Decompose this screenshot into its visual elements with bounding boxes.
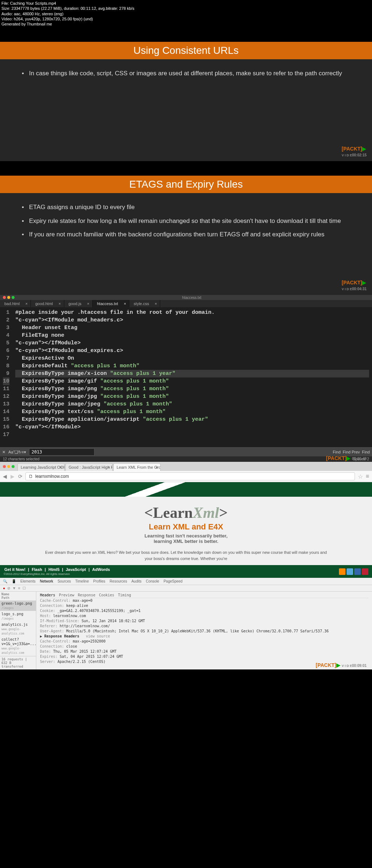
maximize-icon[interactable] (12, 465, 15, 468)
close-icon[interactable] (3, 296, 6, 299)
window-controls[interactable] (0, 464, 17, 469)
devtools-tab[interactable]: Elements (20, 579, 36, 583)
request-item[interactable]: collect?v=1&_v=j33&a=...www.google-analy… (0, 637, 36, 656)
site-nav: Get it Now! | Flash | Html5 | JavaScript… (0, 565, 372, 578)
devtools-tab[interactable]: Resources (110, 579, 127, 583)
code-line[interactable]: FileETag none (15, 332, 369, 339)
close-icon[interactable]: × (124, 301, 126, 306)
code-line[interactable]: ExpiresByType image/png "access plus 1 m… (15, 385, 369, 393)
request-list-header: NamePath (0, 592, 36, 601)
devtools-tab[interactable]: Network (40, 579, 53, 583)
code-line[interactable]: ExpiresDefault "access plus 1 month" (15, 362, 369, 370)
devtools-tab[interactable]: Console (146, 579, 159, 583)
clear-icon[interactable]: ⊘ (7, 586, 10, 590)
devtools-tab[interactable]: Profiles (93, 579, 105, 583)
browser-tab[interactable]: Learning JavaScript OOP× (17, 463, 65, 471)
facebook-icon[interactable] (354, 568, 361, 575)
code-tab[interactable]: style.css× (129, 300, 160, 307)
close-icon[interactable]: × (25, 301, 28, 306)
code-line[interactable]: "c-cyan"></IfModule> (15, 423, 369, 431)
header-tab[interactable]: Cookies (99, 593, 114, 597)
code-line[interactable]: Header unset Etag (15, 324, 369, 332)
header-line: Connection: keep-alive (40, 603, 368, 608)
code-line[interactable]: ExpiresByType text/css "access plus 1 mo… (15, 408, 369, 416)
request-item[interactable]: logo_s.png/images (0, 611, 36, 622)
code-line[interactable]: "c-cyan"></IfModule> (15, 339, 369, 347)
nav-link[interactable]: JavaScript (66, 567, 86, 572)
close-icon[interactable]: × (58, 301, 61, 306)
device-icon[interactable]: 📱 (12, 579, 16, 583)
code-line[interactable]: ExpiresByType image/x-icon "access plus … (15, 370, 369, 377)
nav-link[interactable]: Html5 (48, 567, 60, 572)
record-icon[interactable]: ● (3, 586, 5, 590)
url-bar[interactable]: 🗋 learnxmlnow.com (25, 472, 355, 480)
twitter-icon[interactable] (347, 568, 353, 575)
nav-link[interactable]: AdWords (92, 567, 110, 572)
youtube-icon[interactable] (362, 568, 368, 575)
view-source-link[interactable]: view source (86, 634, 110, 638)
forward-icon[interactable]: ▶ (11, 473, 15, 479)
close-icon[interactable]: × (87, 301, 89, 306)
header-tab[interactable]: Timing (118, 593, 131, 597)
code-line[interactable]: ExpiresByType image/jpeg "access plus 1 … (15, 400, 369, 408)
browser-tab[interactable]: Good : JavaScript High Pe× (65, 463, 113, 471)
packt-watermark: [PACKT]▶ V I D E00:04:31 (341, 280, 367, 291)
code-line[interactable]: ExpiresByType application/javascript "ac… (15, 416, 369, 423)
close-icon[interactable]: × (108, 465, 110, 469)
header-line: Expires: Sat, 04 Apr 2015 12:07:24 GMT (40, 654, 368, 659)
header-tab[interactable]: Headers (40, 593, 55, 597)
status-selection: 12 characters selected (3, 457, 40, 461)
browser-tab[interactable]: Learn XML From the Grou× (113, 463, 161, 471)
devtools-tab[interactable]: PageSpeed (163, 579, 182, 583)
minimize-icon[interactable] (7, 296, 10, 299)
request-item[interactable]: green-logo.png/images (0, 601, 36, 611)
code-window-title: htaccess.txt (15, 296, 369, 300)
code-line[interactable]: ExpiresActive On (15, 355, 369, 362)
code-tab[interactable]: good.js× (64, 300, 93, 307)
window-controls[interactable] (3, 296, 15, 299)
minimize-icon[interactable] (7, 465, 10, 468)
close-icon[interactable]: × (155, 301, 157, 306)
reload-icon[interactable]: ⟳ (18, 473, 23, 479)
maximize-icon[interactable] (12, 296, 15, 299)
find-next-button[interactable]: Find (362, 450, 370, 454)
slide-1-title: Using Consistent URLs (0, 42, 372, 59)
site-description: Ever dream that you were an XML Hero? We… (36, 549, 336, 561)
inspect-icon[interactable]: 🔍 (3, 579, 7, 583)
code-line[interactable]: ExpiresByType image/gif "access plus 1 m… (15, 377, 369, 385)
nav-link[interactable]: Get it Now! (4, 567, 25, 572)
header-tab[interactable]: Response (78, 593, 95, 597)
devtools-tab[interactable]: Sources (57, 579, 71, 583)
code-line[interactable]: ExpiresByType image/jpg "access plus 1 m… (15, 393, 369, 400)
back-icon[interactable]: ◀ (3, 473, 7, 479)
close-icon[interactable] (3, 465, 6, 468)
code-tab[interactable]: htaccess.txt× (93, 300, 129, 307)
packt-watermark: [PACKT]▶ V I D E00:09:01 (316, 662, 367, 668)
packt-watermark: [PACKT]▶ V I D E00:02:15 (341, 146, 367, 157)
code-line[interactable]: #place inside your .htaccess file in the… (15, 309, 369, 316)
star-icon[interactable]: ☆ (358, 473, 363, 480)
menu-icon[interactable]: ≡ (366, 473, 369, 480)
nav-link[interactable]: Flash (32, 567, 42, 572)
code-line[interactable]: "c-cyan"><IfModule mod_expires.c> (15, 347, 369, 355)
header-tab[interactable]: Preview (59, 593, 74, 597)
find-input[interactable] (29, 448, 94, 456)
devtools-tab[interactable]: Timeline (75, 579, 89, 583)
find-label[interactable]: Find (333, 450, 340, 454)
site-logo: <LearnXml> (36, 504, 336, 521)
find-prev-button[interactable]: Find Prev (343, 450, 360, 454)
close-icon[interactable]: × (60, 465, 62, 469)
rss-icon[interactable] (339, 568, 345, 575)
copyright: ©2010-2012 EverythingNice,Inc. All right… (4, 572, 111, 576)
request-item[interactable]: analytics.jswww.google-analytics.com (0, 622, 36, 637)
close-icon[interactable]: ✕ (2, 450, 5, 455)
browser-window: Learning JavaScript OOP×Good : JavaScrip… (0, 462, 372, 669)
code-tab[interactable]: bad.html× (0, 300, 31, 307)
header-line: Cache-Control: max-age=2592000 (40, 639, 368, 644)
code-tab[interactable]: good.html× (31, 300, 64, 307)
devtools-tab[interactable]: Audits (132, 579, 142, 583)
filter-icon[interactable]: ▼ (12, 586, 16, 590)
code-line[interactable]: "c-cyan"><IfModule mod_headers.c> (15, 316, 369, 324)
response-headers-toggle[interactable]: ▶ Response Headers (40, 634, 79, 638)
close-icon[interactable]: × (156, 465, 158, 469)
